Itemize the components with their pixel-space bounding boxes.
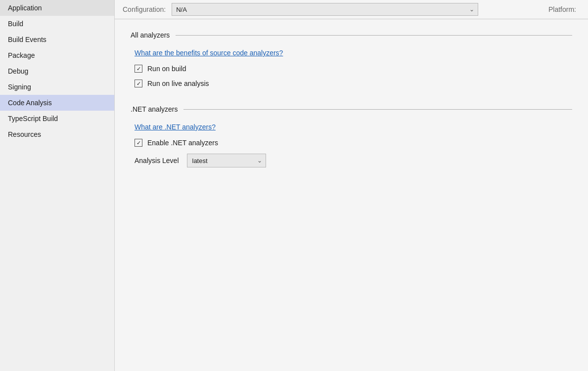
sidebar-item-application[interactable]: Application [0,0,114,16]
configuration-select[interactable]: N/A [172,3,478,16]
sidebar-item-resources[interactable]: Resources [0,126,114,142]
enable-net-label: Enable .NET analyzers [147,139,218,147]
enable-net-checkbox[interactable] [135,139,142,147]
net-analyzers-header: .NET analyzers [131,105,572,113]
enable-net-row: Enable .NET analyzers [135,139,572,147]
net-analyzers-divider [183,109,572,110]
run-on-build-row: Run on build [135,65,572,73]
all-analyzers-header: All analyzers [131,31,572,39]
sidebar-item-build[interactable]: Build [0,16,114,32]
sidebar-item-signing[interactable]: Signing [0,79,114,95]
run-on-build-checkbox[interactable] [135,65,142,73]
net-analyzers-title: .NET analyzers [131,105,178,113]
run-on-build-label: Run on build [147,65,186,73]
analysis-level-select-wrapper[interactable]: latestpreview54321 [187,154,266,167]
all-analyzers-link[interactable]: What are the benefits of source code ana… [135,49,283,57]
sidebar-item-build-events[interactable]: Build Events [0,32,114,47]
content-area: All analyzers What are the benefits of s… [115,19,588,371]
net-analyzers-section: .NET analyzers What are .NET analyzers? … [131,105,572,167]
analysis-level-row: Analysis Level latestpreview54321 [135,154,572,167]
analysis-level-label: Analysis Level [135,157,179,165]
sidebar: ApplicationBuildBuild EventsPackageDebug… [0,0,115,371]
net-analyzers-link[interactable]: What are .NET analyzers? [135,123,216,131]
configuration-label: Configuration: [123,5,166,13]
header-bar: Configuration: N/A Platform: [115,0,588,19]
all-analyzers-title: All analyzers [131,31,170,39]
sidebar-item-debug[interactable]: Debug [0,63,114,79]
main-panel: Configuration: N/A Platform: All analyze… [115,0,588,371]
sidebar-item-code-analysis[interactable]: Code Analysis [0,95,114,111]
sidebar-item-typescript-build[interactable]: TypeScript Build [0,111,114,126]
all-analyzers-section: All analyzers What are the benefits of s… [131,31,572,87]
run-on-live-label: Run on live analysis [147,80,209,87]
analysis-level-select[interactable]: latestpreview54321 [187,154,266,167]
run-on-live-checkbox[interactable] [135,80,142,87]
run-on-live-row: Run on live analysis [135,80,572,87]
platform-label: Platform: [548,5,580,13]
configuration-select-wrapper[interactable]: N/A [172,3,478,16]
sidebar-item-package[interactable]: Package [0,47,114,63]
all-analyzers-divider [176,35,572,36]
